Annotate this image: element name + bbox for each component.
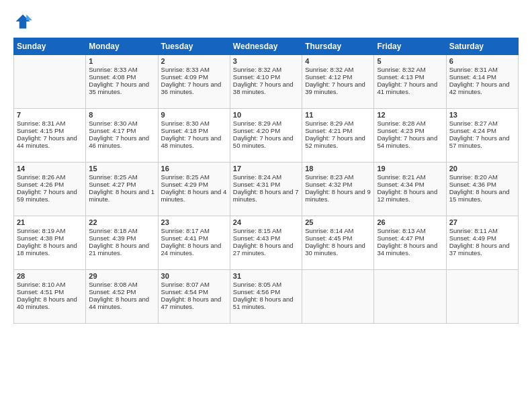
calendar-cell: 27Sunrise: 8:11 AMSunset: 4:49 PMDayligh… <box>446 216 518 270</box>
daylight-text: Daylight: 7 hours and 35 minutes. <box>89 81 154 95</box>
sunrise-text: Sunrise: 8:24 AM <box>233 173 299 181</box>
day-number: 29 <box>89 272 154 280</box>
day-number: 20 <box>449 165 515 173</box>
day-number: 4 <box>305 57 371 65</box>
day-number: 1 <box>89 57 154 65</box>
day-number: 19 <box>377 165 443 173</box>
sunset-text: Sunset: 4:31 PM <box>233 181 299 188</box>
sunrise-text: Sunrise: 8:17 AM <box>161 227 227 234</box>
sunrise-text: Sunrise: 8:21 AM <box>377 173 443 181</box>
daylight-text: Daylight: 7 hours and 44 minutes. <box>17 134 83 149</box>
sunrise-text: Sunrise: 8:33 AM <box>89 66 154 73</box>
sunset-text: Sunset: 4:23 PM <box>377 127 443 134</box>
sunset-text: Sunset: 4:08 PM <box>89 73 154 81</box>
calendar-cell: 3Sunrise: 8:32 AMSunset: 4:10 PMDaylight… <box>230 55 302 109</box>
daylight-text: Daylight: 8 hours and 7 minutes. <box>233 188 299 203</box>
sunrise-text: Sunrise: 8:14 AM <box>305 227 371 234</box>
sunset-text: Sunset: 4:51 PM <box>17 288 83 295</box>
daylight-text: Daylight: 8 hours and 37 minutes. <box>449 242 515 257</box>
week-row-1: 7Sunrise: 8:31 AMSunset: 4:15 PMDaylight… <box>14 109 519 163</box>
day-number: 21 <box>17 218 83 226</box>
day-number: 3 <box>233 57 299 65</box>
day-number: 23 <box>161 218 227 226</box>
day-number: 7 <box>17 111 83 119</box>
sunrise-text: Sunrise: 8:32 AM <box>377 66 443 73</box>
day-number: 14 <box>17 165 83 173</box>
daylight-text: Daylight: 8 hours and 24 minutes. <box>161 242 227 257</box>
sunset-text: Sunset: 4:54 PM <box>161 288 227 295</box>
calendar-cell <box>446 270 518 324</box>
page: SundayMondayTuesdayWednesdayThursdayFrid… <box>0 0 532 411</box>
sunset-text: Sunset: 4:47 PM <box>377 234 443 242</box>
daylight-text: Daylight: 8 hours and 51 minutes. <box>233 295 299 310</box>
daylight-text: Daylight: 7 hours and 57 minutes. <box>449 134 515 149</box>
week-row-4: 28Sunrise: 8:10 AMSunset: 4:51 PMDayligh… <box>14 270 519 324</box>
day-header-monday: Monday <box>86 38 158 55</box>
calendar-cell: 7Sunrise: 8:31 AMSunset: 4:15 PMDaylight… <box>14 109 86 163</box>
calendar-cell: 9Sunrise: 8:30 AMSunset: 4:18 PMDaylight… <box>158 109 230 163</box>
sunrise-text: Sunrise: 8:31 AM <box>449 66 515 73</box>
daylight-text: Daylight: 7 hours and 36 minutes. <box>161 81 227 95</box>
sunrise-text: Sunrise: 8:29 AM <box>233 120 299 127</box>
daylight-text: Daylight: 8 hours and 1 minute. <box>89 188 154 203</box>
calendar-cell <box>14 55 86 109</box>
sunrise-text: Sunrise: 8:28 AM <box>377 120 443 127</box>
daylight-text: Daylight: 8 hours and 15 minutes. <box>449 188 515 203</box>
daylight-text: Daylight: 8 hours and 40 minutes. <box>17 295 83 310</box>
sunrise-text: Sunrise: 8:30 AM <box>161 120 227 127</box>
sunrise-text: Sunrise: 8:13 AM <box>377 227 443 234</box>
day-number: 30 <box>161 272 227 280</box>
day-number: 28 <box>17 272 83 280</box>
daylight-text: Daylight: 8 hours and 30 minutes. <box>305 242 371 257</box>
daylight-text: Daylight: 7 hours and 39 minutes. <box>305 81 371 95</box>
calendar-cell: 25Sunrise: 8:14 AMSunset: 4:45 PMDayligh… <box>302 216 374 270</box>
sunrise-text: Sunrise: 8:11 AM <box>449 227 515 234</box>
sunrise-text: Sunrise: 8:26 AM <box>17 173 83 181</box>
sunset-text: Sunset: 4:52 PM <box>89 288 154 295</box>
day-header-friday: Friday <box>374 38 446 55</box>
sunset-text: Sunset: 4:45 PM <box>305 234 371 242</box>
sunrise-text: Sunrise: 8:29 AM <box>305 120 371 127</box>
sunrise-text: Sunrise: 8:07 AM <box>161 281 227 288</box>
daylight-text: Daylight: 8 hours and 34 minutes. <box>377 242 443 257</box>
svg-marker-1 <box>26 15 32 21</box>
calendar-cell <box>374 270 446 324</box>
daylight-text: Daylight: 8 hours and 44 minutes. <box>89 295 154 310</box>
calendar-table: SundayMondayTuesdayWednesdayThursdayFrid… <box>13 38 519 324</box>
sunrise-text: Sunrise: 8:23 AM <box>305 173 371 181</box>
calendar-cell: 18Sunrise: 8:23 AMSunset: 4:32 PMDayligh… <box>302 163 374 216</box>
sunset-text: Sunset: 4:17 PM <box>89 127 154 134</box>
sunrise-text: Sunrise: 8:32 AM <box>233 66 299 73</box>
calendar-cell: 4Sunrise: 8:32 AMSunset: 4:12 PMDaylight… <box>302 55 374 109</box>
calendar-cell: 23Sunrise: 8:17 AMSunset: 4:41 PMDayligh… <box>158 216 230 270</box>
logo <box>13 12 35 31</box>
calendar-cell: 10Sunrise: 8:29 AMSunset: 4:20 PMDayligh… <box>230 109 302 163</box>
sunset-text: Sunset: 4:26 PM <box>17 181 83 188</box>
sunset-text: Sunset: 4:29 PM <box>161 181 227 188</box>
daylight-text: Daylight: 8 hours and 47 minutes. <box>161 295 227 310</box>
day-number: 2 <box>161 57 227 65</box>
day-number: 8 <box>89 111 154 119</box>
daylight-text: Daylight: 8 hours and 12 minutes. <box>377 188 443 203</box>
day-header-sunday: Sunday <box>14 38 86 55</box>
sunrise-text: Sunrise: 8:25 AM <box>161 173 227 181</box>
sunset-text: Sunset: 4:49 PM <box>449 234 515 242</box>
day-header-tuesday: Tuesday <box>158 38 230 55</box>
daylight-text: Daylight: 7 hours and 46 minutes. <box>89 134 154 149</box>
calendar-cell: 6Sunrise: 8:31 AMSunset: 4:14 PMDaylight… <box>446 55 518 109</box>
week-row-3: 21Sunrise: 8:19 AMSunset: 4:38 PMDayligh… <box>14 216 519 270</box>
day-number: 17 <box>233 165 299 173</box>
daylight-text: Daylight: 7 hours and 52 minutes. <box>305 134 371 149</box>
logo-icon <box>13 12 32 31</box>
calendar-cell: 15Sunrise: 8:25 AMSunset: 4:27 PMDayligh… <box>86 163 158 216</box>
sunrise-text: Sunrise: 8:31 AM <box>17 120 83 127</box>
calendar-cell: 8Sunrise: 8:30 AMSunset: 4:17 PMDaylight… <box>86 109 158 163</box>
day-number: 27 <box>449 218 515 226</box>
daylight-text: Daylight: 8 hours and 27 minutes. <box>233 242 299 257</box>
daylight-text: Daylight: 7 hours and 41 minutes. <box>377 81 443 95</box>
calendar-cell: 28Sunrise: 8:10 AMSunset: 4:51 PMDayligh… <box>14 270 86 324</box>
week-row-0: 1Sunrise: 8:33 AMSunset: 4:08 PMDaylight… <box>14 55 519 109</box>
calendar-cell: 17Sunrise: 8:24 AMSunset: 4:31 PMDayligh… <box>230 163 302 216</box>
sunset-text: Sunset: 4:38 PM <box>17 234 83 242</box>
daylight-text: Daylight: 7 hours and 42 minutes. <box>449 81 515 95</box>
